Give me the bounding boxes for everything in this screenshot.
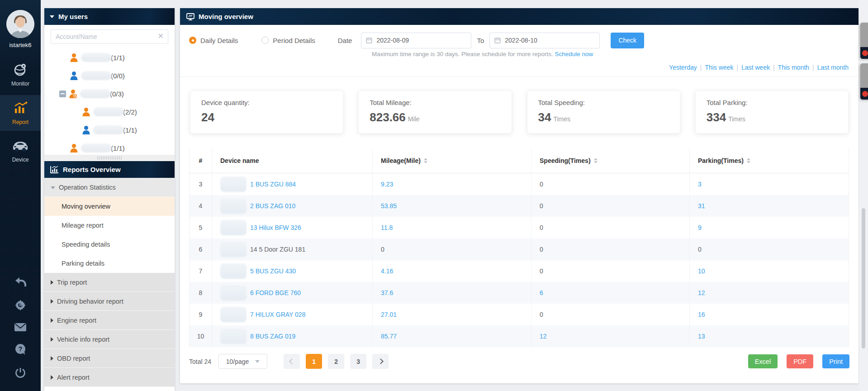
menu-mileage-report[interactable]: Mileage report xyxy=(44,216,175,235)
mileage-value[interactable]: 9.23 xyxy=(381,181,393,188)
pdf-export-button[interactable]: PDF xyxy=(787,354,813,368)
row-index: 7 xyxy=(189,260,212,282)
menu-speeding-details[interactable]: Speeding details xyxy=(44,235,175,254)
device-name-link[interactable]: 6 FORD BGE 760 xyxy=(250,289,301,296)
menu-alert-report[interactable]: Alert report xyxy=(44,368,175,387)
sort-icon[interactable] xyxy=(424,158,427,163)
menu-obd-report[interactable]: OBD report xyxy=(44,349,175,368)
row-index: 5 xyxy=(189,217,212,238)
quick-link-yesterday[interactable]: Yesterday xyxy=(669,64,697,71)
period-details-radio[interactable] xyxy=(261,37,269,44)
user-tree-item[interactable]: (0/0) xyxy=(44,67,175,85)
period-details-label[interactable]: Period Details xyxy=(273,37,315,44)
table-row: 31 BUS ZGU 8849.2303 xyxy=(189,173,849,195)
menu-moving-overview[interactable]: Moving overview xyxy=(44,197,175,216)
mail-icon[interactable] xyxy=(0,317,41,338)
car-icon xyxy=(13,140,28,153)
parking-value[interactable]: 31 xyxy=(698,202,705,210)
date-from-input[interactable]: 2022-08-09 xyxy=(361,33,471,48)
settings-icon[interactable] xyxy=(0,293,41,317)
next-page-button[interactable] xyxy=(372,354,389,369)
floating-thumbnail[interactable] xyxy=(860,23,868,59)
page-size-select[interactable]: 10/page xyxy=(218,354,267,369)
back-icon[interactable] xyxy=(0,271,41,293)
mileage-value[interactable]: 37.6 xyxy=(381,289,393,296)
parking-cell: 13 xyxy=(690,325,849,347)
page-button-3[interactable]: 3 xyxy=(350,354,366,369)
rail-item-device[interactable]: Device xyxy=(0,134,41,168)
excel-export-button[interactable]: Excel xyxy=(748,354,778,368)
row-index: 10 xyxy=(189,325,212,347)
menu-engine-report[interactable]: Engine report xyxy=(44,311,175,330)
quick-link-last-month[interactable]: Last month xyxy=(817,64,849,71)
user-tree-item[interactable]: (0/3) xyxy=(44,85,175,103)
device-name-link[interactable]: 8 BUS ZAG 019 xyxy=(250,333,295,340)
redacted-user-name xyxy=(81,143,112,153)
device-name-link[interactable]: 13 Hilux BFW 326 xyxy=(250,224,301,231)
menu-operation-statistics[interactable]: Operation Statistics xyxy=(44,178,175,197)
quick-link-last-week[interactable]: Last week xyxy=(741,64,770,71)
user-tree-item[interactable]: (1/1) xyxy=(44,121,175,139)
calendar-icon xyxy=(366,37,372,43)
parking-value[interactable]: 16 xyxy=(698,311,705,318)
prev-page-button[interactable] xyxy=(284,354,300,369)
my-users-header[interactable]: My users xyxy=(44,8,175,25)
print-button[interactable]: Print xyxy=(822,354,849,368)
parking-value[interactable]: 12 xyxy=(698,289,705,296)
user-online-icon xyxy=(82,107,90,116)
reports-overview-header[interactable]: Reports Overview xyxy=(44,161,175,178)
quick-link-this-month[interactable]: This month xyxy=(778,64,809,71)
parking-value[interactable]: 10 xyxy=(698,267,705,275)
speeding-value[interactable]: 6 xyxy=(540,289,543,296)
table-row: 513 Hilux BFW 32611.809 xyxy=(189,217,849,238)
user-tree-item[interactable]: (1/1) xyxy=(44,48,175,67)
quick-link-this-week[interactable]: This week xyxy=(705,64,733,71)
check-button[interactable]: Check xyxy=(611,33,644,48)
rail-item-report[interactable]: Report xyxy=(0,95,41,131)
panel-splitter[interactable] xyxy=(44,155,175,161)
sort-icon[interactable] xyxy=(747,158,750,163)
floating-thumbnail[interactable] xyxy=(860,63,868,100)
mileage-value[interactable]: 27.01 xyxy=(381,311,397,318)
total-count: Total 24 xyxy=(189,358,211,365)
user-tree-item[interactable]: (2/2) xyxy=(44,103,175,121)
device-name-link[interactable]: 1 BUS ZGU 884 xyxy=(250,181,296,188)
avatar[interactable] xyxy=(6,10,34,38)
menu-vehicle-info-report[interactable]: Vehicle info report xyxy=(44,330,175,349)
clear-icon[interactable]: ✕ xyxy=(158,33,164,40)
page-button-1[interactable]: 1 xyxy=(306,354,322,369)
page-button-2[interactable]: 2 xyxy=(328,354,344,369)
speeding-cell: 0 xyxy=(531,304,690,325)
mileage-value[interactable]: 53.85 xyxy=(381,202,397,210)
to-label: To xyxy=(477,37,484,44)
speeding-value[interactable]: 12 xyxy=(540,333,547,340)
vertical-scrollbar[interactable] xyxy=(862,208,865,348)
help-icon[interactable]: ? xyxy=(0,338,41,361)
mileage-value[interactable]: 4.16 xyxy=(381,267,393,275)
daily-details-radio[interactable] xyxy=(189,37,196,44)
device-name-link[interactable]: 7 HILUX GRAY 028 xyxy=(250,311,305,318)
menu-driving-behavior-report[interactable]: Driving behavior report xyxy=(44,292,175,311)
daily-details-label[interactable]: Daily Details xyxy=(200,37,238,44)
device-name-link[interactable]: 2 BUS ZAG 010 xyxy=(250,202,295,210)
parking-value[interactable]: 13 xyxy=(698,333,705,340)
collapse-minus-icon[interactable] xyxy=(59,91,66,97)
menu-parking-details[interactable]: Parking details xyxy=(44,254,175,273)
schedule-now-link[interactable]: Schedule now xyxy=(555,51,593,57)
power-icon[interactable] xyxy=(0,361,41,385)
search-input[interactable] xyxy=(51,29,168,44)
device-name-link[interactable]: 5 BUS ZGU 430 xyxy=(250,267,296,275)
redacted-device-prefix xyxy=(220,242,247,257)
date-to-input[interactable]: 2022-08-10 xyxy=(489,33,600,48)
mileage-value[interactable]: 11.8 xyxy=(381,224,393,231)
caret-down-icon xyxy=(51,186,55,189)
user-tree-item[interactable]: (1/1) xyxy=(44,139,175,155)
parking-value[interactable]: 3 xyxy=(698,181,702,188)
card-value: 823.66Mile xyxy=(370,110,500,124)
mileage-value[interactable]: 85.77 xyxy=(381,333,397,340)
parking-value[interactable]: 9 xyxy=(698,224,702,231)
sort-icon[interactable] xyxy=(594,158,598,163)
mileage-cell: 53.85 xyxy=(373,195,531,217)
rail-item-monitor[interactable]: Monitor xyxy=(0,57,41,92)
menu-trip-report[interactable]: Trip report xyxy=(44,273,175,292)
